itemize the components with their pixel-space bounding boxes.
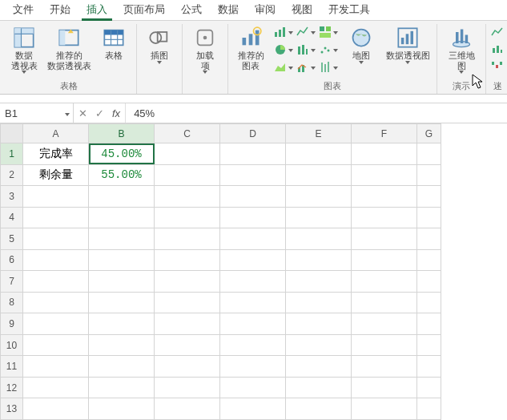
cell-D8[interactable] (220, 292, 286, 313)
recommended-pivot-button[interactable]: 推荐的数据透视表 (46, 24, 91, 71)
cell-A1[interactable]: 完成率 (23, 143, 89, 165)
tab-insert[interactable]: 插入 (78, 0, 115, 20)
cell-C1[interactable] (155, 143, 220, 165)
formula-input[interactable]: 45% (126, 103, 507, 123)
map-chart-button[interactable]: 地图 (344, 24, 379, 65)
addins-button[interactable]: 加载项 (187, 24, 223, 75)
row-header-9[interactable]: 9 (1, 313, 23, 335)
cell-D9[interactable] (220, 313, 286, 335)
accept-formula-button[interactable]: ✓ (95, 107, 104, 119)
cell-G5[interactable] (417, 228, 441, 250)
cell-A11[interactable] (23, 356, 89, 378)
cell-B6[interactable] (89, 249, 155, 271)
cell-F8[interactable] (352, 292, 417, 313)
cell-C9[interactable] (155, 313, 220, 335)
cell-A12[interactable] (23, 377, 89, 398)
chart-hier-button[interactable] (318, 24, 339, 40)
chart-combo-button[interactable] (296, 59, 316, 75)
column-header-D[interactable]: D (220, 124, 286, 143)
cell-G12[interactable] (417, 377, 441, 398)
cell-D2[interactable] (220, 164, 286, 186)
chart-bar-button[interactable] (273, 24, 294, 40)
cell-B1[interactable]: 45.00% (89, 143, 155, 165)
row-header-1[interactable]: 1 (1, 143, 23, 165)
chart-pie-button[interactable] (273, 42, 294, 58)
tab-home[interactable]: 开始 (42, 0, 78, 20)
cell-F5[interactable] (352, 228, 417, 250)
cell-A13[interactable] (23, 398, 89, 420)
row-header-5[interactable]: 5 (1, 228, 23, 250)
table-button[interactable]: 表格 (96, 24, 131, 62)
cell-C2[interactable] (155, 164, 220, 186)
cell-D1[interactable] (220, 143, 286, 165)
cell-E3[interactable] (286, 186, 352, 208)
cell-B9[interactable] (89, 313, 155, 335)
column-header-B[interactable]: B (89, 124, 155, 143)
cell-F11[interactable] (352, 356, 417, 378)
cell-F2[interactable] (352, 164, 417, 186)
row-header-12[interactable]: 12 (1, 377, 23, 398)
cell-G8[interactable] (417, 292, 441, 313)
cell-D4[interactable] (220, 207, 286, 228)
cell-B2[interactable]: 55.00% (89, 164, 155, 186)
cell-G7[interactable] (417, 271, 441, 293)
cell-E6[interactable] (286, 249, 352, 271)
cell-B13[interactable] (89, 398, 155, 420)
cell-C4[interactable] (155, 207, 220, 228)
tab-dev[interactable]: 开发工具 (320, 0, 378, 20)
cell-C11[interactable] (155, 356, 220, 378)
column-header-E[interactable]: E (286, 124, 352, 143)
cell-C7[interactable] (155, 271, 220, 293)
cell-F4[interactable] (352, 207, 417, 228)
cell-A7[interactable] (23, 271, 89, 293)
column-header-G[interactable]: G (417, 124, 441, 143)
chart-stat-button[interactable] (296, 42, 316, 58)
row-header-10[interactable]: 10 (1, 334, 23, 356)
cell-F3[interactable] (352, 186, 417, 208)
tab-review[interactable]: 审阅 (247, 0, 284, 20)
cell-C8[interactable] (155, 292, 220, 313)
cell-D7[interactable] (220, 271, 286, 293)
cell-B10[interactable] (89, 334, 155, 356)
cell-F1[interactable] (352, 143, 417, 165)
tab-data[interactable]: 数据 (210, 0, 247, 20)
recommended-charts-button[interactable]: 推荐的图表 (233, 24, 268, 71)
cell-A5[interactable] (23, 228, 89, 250)
chart-line-button[interactable] (296, 24, 316, 40)
cell-D6[interactable] (220, 249, 286, 271)
cell-D3[interactable] (220, 186, 286, 208)
pivot-chart-button[interactable]: 数据透视图 (384, 24, 432, 65)
cell-E7[interactable] (286, 271, 352, 293)
cell-E8[interactable] (286, 292, 352, 313)
cell-F10[interactable] (352, 334, 417, 356)
cell-G6[interactable] (417, 249, 441, 271)
row-header-7[interactable]: 7 (1, 271, 23, 293)
cell-C12[interactable] (155, 377, 220, 398)
cell-A10[interactable] (23, 334, 89, 356)
column-header-A[interactable]: A (23, 124, 89, 143)
chart-area-button[interactable] (273, 59, 294, 75)
cell-E12[interactable] (286, 377, 352, 398)
pivot-table-button[interactable]: 数据透视表 (6, 24, 42, 75)
cell-G10[interactable] (417, 334, 441, 356)
cell-C10[interactable] (155, 334, 220, 356)
fx-icon[interactable]: fx (112, 107, 120, 119)
cell-G13[interactable] (417, 398, 441, 420)
cell-D12[interactable] (220, 377, 286, 398)
sparkline-line-button[interactable] (491, 26, 504, 38)
sparkline-column-button[interactable] (491, 42, 504, 55)
cell-F6[interactable] (352, 249, 417, 271)
cell-E4[interactable] (286, 207, 352, 228)
cell-G9[interactable] (417, 313, 441, 335)
column-header-C[interactable]: C (155, 124, 220, 143)
column-header-F[interactable]: F (352, 124, 417, 143)
cell-D10[interactable] (220, 334, 286, 356)
cell-G4[interactable] (417, 207, 441, 228)
cell-F9[interactable] (352, 313, 417, 335)
cell-E5[interactable] (286, 228, 352, 250)
tab-layout[interactable]: 页面布局 (115, 0, 173, 20)
cell-C13[interactable] (155, 398, 220, 420)
cell-D11[interactable] (220, 356, 286, 378)
cell-B12[interactable] (89, 377, 155, 398)
tab-view[interactable]: 视图 (284, 0, 320, 20)
